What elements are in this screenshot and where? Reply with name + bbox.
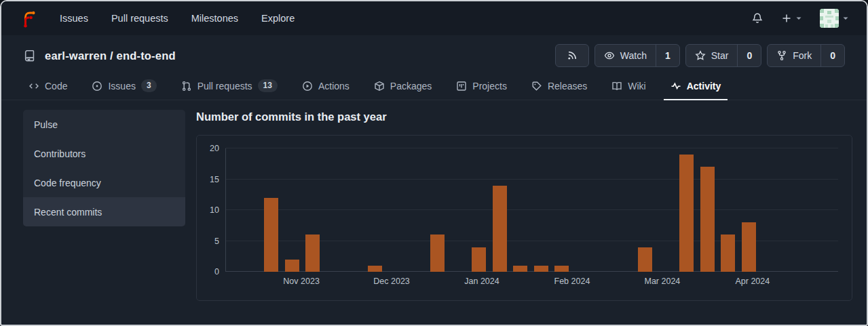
- code-icon: [29, 81, 39, 91]
- star-count[interactable]: 0: [737, 45, 761, 66]
- watch-count[interactable]: 1: [656, 45, 679, 66]
- x-axis-tick-label: Jan 2024: [464, 277, 499, 286]
- sidebar-item-pulse[interactable]: Pulse: [23, 110, 185, 139]
- fork-icon: [776, 50, 787, 61]
- x-axis-tick-label: Dec 2023: [373, 277, 410, 286]
- issue-opened-icon: [92, 81, 102, 91]
- commit-bar-week-11[interactable]: [493, 186, 507, 272]
- plus-icon: [781, 13, 792, 24]
- commit-bar-week-20[interactable]: [679, 155, 694, 272]
- commit-bar-week-14[interactable]: [554, 266, 569, 272]
- navbar-links: Issues Pull requests Milestones Explore: [60, 13, 295, 24]
- commit-bar-week-18[interactable]: [638, 247, 652, 272]
- tab-wiki[interactable]: Wiki: [605, 73, 652, 100]
- commits-bar-chart: 05101520Nov 2023Dec 2023Jan 2024Feb 2024…: [225, 148, 838, 272]
- chevron-down-icon: [795, 15, 802, 22]
- tab-label: Releases: [548, 81, 587, 91]
- notifications-bell-icon[interactable]: [751, 12, 763, 24]
- commit-bar-week-5[interactable]: [368, 266, 382, 272]
- gridline-y-20: [225, 148, 838, 148]
- tab-issues[interactable]: Issues 3: [85, 73, 163, 100]
- tab-actions[interactable]: Actions: [295, 73, 356, 100]
- pull-requests-count-badge: 13: [258, 79, 278, 91]
- y-axis-tick-label: 10: [210, 205, 219, 215]
- tab-label: Packages: [390, 81, 432, 91]
- main-content: Pulse Contributors Code frequency Recent…: [1, 100, 867, 301]
- x-axis-tick-label: Mar 2024: [645, 277, 681, 286]
- repo-header: earl-warren / end-to-end Watch: [1, 35, 867, 73]
- tab-activity[interactable]: Activity: [664, 73, 728, 100]
- package-icon: [374, 81, 385, 91]
- tab-label: Pull requests: [197, 81, 252, 91]
- project-icon: [456, 81, 467, 91]
- commit-bar-week-13[interactable]: [534, 266, 548, 272]
- tab-label: Code: [45, 81, 67, 91]
- sidebar-item-code-frequency[interactable]: Code frequency: [23, 168, 185, 197]
- commit-bar-week-12[interactable]: [513, 266, 527, 272]
- git-pull-request-icon: [181, 81, 192, 91]
- gridline-y-10: [225, 209, 838, 210]
- play-circle-icon: [302, 81, 313, 91]
- chevron-down-icon: [842, 15, 849, 22]
- eye-icon: [604, 50, 615, 61]
- commits-chart-panel: 05101520Nov 2023Dec 2023Jan 2024Feb 2024…: [196, 135, 852, 301]
- tab-packages[interactable]: Packages: [367, 73, 438, 100]
- watch-button[interactable]: Watch 1: [595, 44, 680, 67]
- commit-bar-week-1[interactable]: [285, 260, 299, 272]
- fork-button[interactable]: Fork 0: [767, 44, 845, 67]
- fork-count[interactable]: 0: [820, 45, 844, 66]
- commit-bar-week-0[interactable]: [264, 198, 278, 272]
- x-axis-tick-label: Feb 2024: [554, 277, 590, 286]
- repo-breadcrumb[interactable]: earl-warren / end-to-end: [45, 49, 176, 62]
- y-axis-tick-label: 5: [214, 237, 219, 246]
- watch-label: Watch: [620, 50, 647, 61]
- commit-bar-week-23[interactable]: [742, 222, 756, 272]
- nav-item-pull-requests[interactable]: Pull requests: [111, 13, 168, 24]
- star-icon: [695, 50, 706, 61]
- tab-label: Projects: [472, 81, 507, 91]
- tab-code[interactable]: Code: [22, 73, 74, 100]
- activity-sidebar: Pulse Contributors Code frequency Recent…: [23, 110, 185, 226]
- nav-item-explore[interactable]: Explore: [261, 13, 295, 24]
- tab-label: Actions: [318, 81, 350, 91]
- rss-icon: [567, 50, 578, 61]
- navbar-right: [751, 9, 849, 28]
- repo-tabbar: Code Issues 3 Pull requests 13 Actions: [1, 73, 867, 100]
- avatar: [820, 9, 839, 28]
- fork-label: Fork: [793, 50, 812, 61]
- browser-window: Issues Pull requests Milestones Explore: [0, 0, 868, 326]
- user-menu-dropdown[interactable]: [820, 9, 849, 28]
- y-axis-line: [225, 148, 226, 272]
- commit-bar-week-21[interactable]: [700, 167, 715, 272]
- repo-title: earl-warren / end-to-end: [23, 49, 176, 62]
- rss-feed-button[interactable]: [555, 44, 589, 67]
- nav-item-issues[interactable]: Issues: [60, 13, 88, 24]
- forgejo-logo-icon[interactable]: [20, 9, 38, 28]
- sidebar-item-recent-commits[interactable]: Recent commits: [23, 197, 185, 226]
- star-button[interactable]: Star 0: [685, 44, 761, 67]
- tab-label: Activity: [687, 81, 721, 91]
- repo-action-buttons: Watch 1 Star 0 Fo: [555, 44, 845, 67]
- tab-pull-requests[interactable]: Pull requests 13: [174, 73, 284, 100]
- nav-item-milestones[interactable]: Milestones: [191, 13, 238, 24]
- tab-projects[interactable]: Projects: [449, 73, 514, 100]
- tab-label: Wiki: [628, 81, 645, 91]
- issues-count-badge: 3: [141, 79, 157, 91]
- star-label: Star: [711, 50, 729, 61]
- pulse-icon: [671, 81, 681, 91]
- chart-section: Number of commits in the past year 05101…: [196, 110, 845, 301]
- commit-bar-week-8[interactable]: [430, 235, 445, 272]
- tag-icon: [531, 81, 542, 91]
- repo-icon: [23, 49, 36, 62]
- commit-bar-week-2[interactable]: [305, 235, 320, 272]
- tab-label: Issues: [108, 81, 135, 91]
- y-axis-tick-label: 0: [214, 267, 219, 277]
- commit-bar-week-22[interactable]: [721, 235, 735, 272]
- create-new-dropdown[interactable]: [781, 13, 802, 24]
- sidebar-item-contributors[interactable]: Contributors: [23, 139, 185, 168]
- x-axis-tick-label: Nov 2023: [283, 277, 320, 286]
- commit-bar-week-10[interactable]: [472, 247, 486, 272]
- gridline-y-15: [225, 179, 838, 180]
- top-navbar: Issues Pull requests Milestones Explore: [1, 1, 867, 35]
- tab-releases[interactable]: Releases: [525, 73, 594, 100]
